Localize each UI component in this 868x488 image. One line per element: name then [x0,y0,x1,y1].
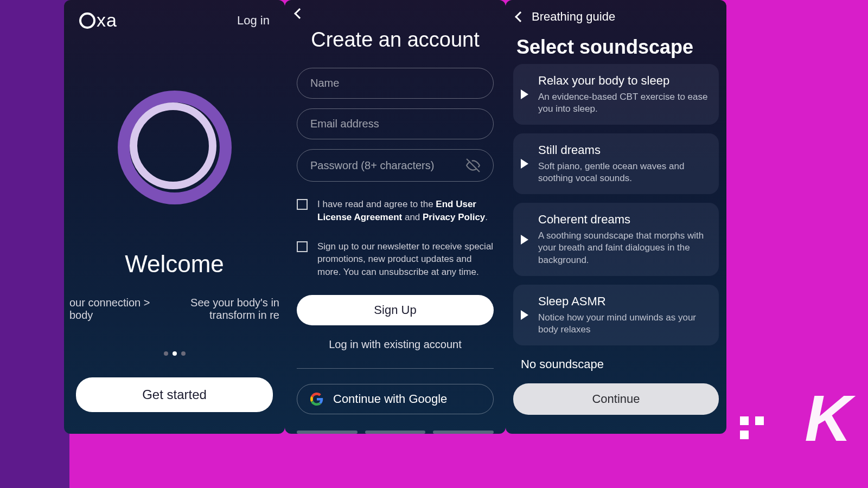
sound-title: Sleep ASMR [538,294,709,309]
watermark-k-icon: K [805,381,852,455]
sound-title: Still dreams [538,143,709,157]
dot-2[interactable] [173,351,177,356]
name-placeholder: Name [310,77,339,89]
subtext-left: our connection > body [69,297,170,322]
continue-button[interactable]: Continue [513,383,719,415]
agree-checkbox[interactable] [297,199,308,210]
google-icon [310,393,323,406]
agree-text: I have read and agree to the End User Li… [317,198,494,224]
sound-desc: A soothing soundscape that morphs with y… [538,230,709,266]
name-input[interactable]: Name [297,68,494,99]
back-label: Breathing guide [532,10,615,24]
progress-seg-2 [365,431,426,434]
google-label: Continue with Google [333,392,447,406]
soundscape-item[interactable]: Still dreams Soft piano, gentle ocean wa… [513,133,719,194]
dot-1[interactable] [164,351,168,356]
logo-circle-icon [79,12,95,29]
phone-screenshots: xa Log in Welcome our connection > body … [64,0,726,434]
password-input[interactable]: Password (8+ characters) [297,149,494,182]
privacy-link[interactable]: Privacy Policy [423,212,485,222]
email-placeholder: Email address [310,118,379,130]
play-icon[interactable] [521,89,528,99]
subtext-right: See your body's in transform in re [178,297,279,322]
chevron-left-icon [515,11,526,22]
carousel-indicator[interactable] [64,351,285,356]
soundscape-item[interactable]: Coherent dreams A soothing soundscape th… [513,203,719,275]
continue-google-button[interactable]: Continue with Google [297,384,494,414]
email-input[interactable]: Email address [297,108,494,139]
soundscape-title: Select soundscape [506,24,726,64]
login-existing-link[interactable]: Log in with existing account [285,338,506,351]
progress-seg-1 [297,431,358,434]
play-icon[interactable] [521,235,528,245]
sound-desc: An evidence-based CBT exercise to ease y… [538,91,709,115]
agree-checkbox-row: I have read and agree to the End User Li… [297,198,494,224]
sound-desc: Notice how your mind unwinds as your bod… [538,312,709,336]
newsletter-text: Sign up to our newsletter to receive spe… [317,240,494,279]
sound-desc: Soft piano, gentle ocean waves and sooth… [538,160,709,184]
eye-off-icon[interactable] [466,158,480,172]
play-icon[interactable] [521,310,528,320]
welcome-screen: xa Log in Welcome our connection > body … [64,0,285,434]
brand-text: xa [97,10,117,31]
signup-title: Create an account [285,28,506,52]
get-started-button[interactable]: Get started [76,377,273,412]
divider [297,368,494,369]
play-icon[interactable] [521,159,528,169]
soundscape-list: Relax your body to sleep An evidence-bas… [506,64,726,345]
progress-indicator [285,414,506,434]
back-button[interactable] [285,0,506,17]
brand-logo: xa [79,10,117,31]
welcome-subtext: our connection > body See your body's in… [64,297,285,322]
sound-title: Relax your body to sleep [538,74,709,88]
password-placeholder: Password (8+ characters) [310,159,434,172]
sound-title: Coherent dreams [538,213,709,227]
soundscape-item[interactable]: Relax your body to sleep An evidence-bas… [513,64,719,125]
no-soundscape-option[interactable]: No soundscape [506,345,726,376]
progress-seg-3 [433,431,494,434]
signup-button[interactable]: Sign Up [297,295,494,325]
watermark-dots-icon [740,416,765,439]
signup-screen: Create an account Name Email address Pas… [285,0,506,434]
welcome-heading: Welcome [64,251,285,278]
newsletter-checkbox[interactable] [297,241,308,252]
soundscape-screen: Breathing guide Select soundscape Relax … [506,0,726,434]
hero-ring-graphic [118,91,232,204]
breathing-guide-back[interactable]: Breathing guide [506,0,726,24]
dot-3[interactable] [181,351,186,356]
chevron-left-icon [294,8,305,19]
soundscape-item[interactable]: Sleep ASMR Notice how your mind unwinds … [513,285,719,345]
newsletter-checkbox-row: Sign up to our newsletter to receive spe… [297,240,494,279]
login-link[interactable]: Log in [237,14,270,28]
